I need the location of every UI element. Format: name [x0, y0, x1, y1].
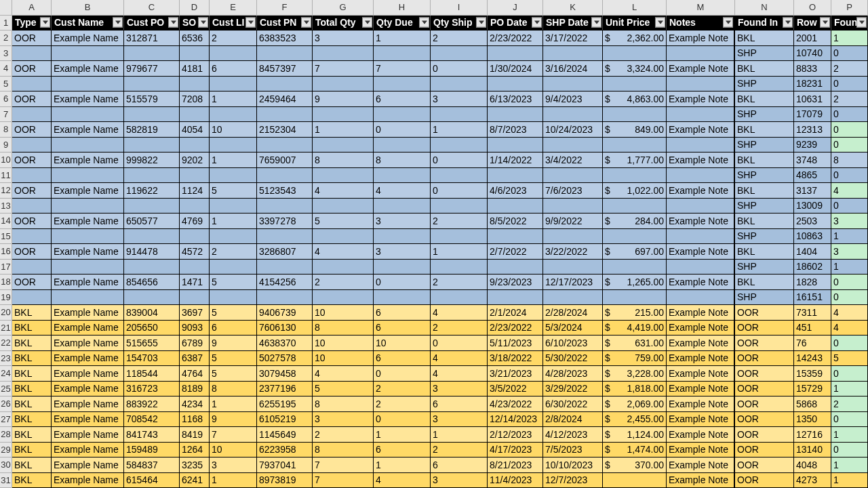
data-cell[interactable]: 6/10/2023 — [543, 336, 603, 351]
data-cell[interactable] — [313, 46, 374, 62]
data-cell[interactable]: 3 — [431, 473, 488, 489]
data-cell[interactable] — [603, 229, 667, 245]
table-header-cell[interactable]: Cust PN — [257, 16, 313, 31]
data-cell[interactable]: 2 — [431, 274, 488, 290]
data-cell[interactable]: Example Name — [52, 122, 124, 138]
data-cell[interactable] — [124, 46, 180, 62]
data-cell[interactable]: 3/17/2022 — [543, 30, 603, 46]
data-cell[interactable]: Example Note — [667, 152, 735, 168]
data-cell[interactable]: 1 — [374, 458, 431, 473]
data-cell[interactable]: 708542 — [124, 412, 180, 428]
data-cell[interactable]: 312871 — [124, 30, 180, 46]
data-cell[interactable] — [543, 107, 603, 123]
data-cell[interactable]: 3/18/2022 — [488, 351, 543, 367]
data-cell[interactable]: 6387 — [180, 351, 210, 367]
row-header[interactable]: 13 — [0, 199, 12, 214]
data-cell[interactable]: OOR — [735, 366, 794, 382]
data-cell[interactable]: 914478 — [124, 244, 180, 260]
data-cell[interactable]: 10 — [313, 305, 374, 321]
data-cell[interactable]: Example Name — [52, 244, 124, 260]
data-cell[interactable]: 12313 — [794, 122, 831, 138]
row-header[interactable]: 17 — [0, 260, 12, 275]
data-cell[interactable]: Example Name — [52, 321, 124, 336]
data-cell[interactable]: 8/7/2023 — [488, 122, 543, 138]
data-cell[interactable] — [374, 46, 431, 62]
data-cell[interactable] — [374, 168, 431, 184]
data-cell[interactable] — [488, 229, 543, 245]
data-cell[interactable]: 1 — [431, 427, 488, 443]
data-cell[interactable]: $3,228.00 — [603, 366, 667, 382]
data-cell[interactable] — [180, 107, 210, 123]
data-cell[interactable]: 9406739 — [257, 305, 313, 321]
data-cell[interactable]: 6105219 — [257, 412, 313, 428]
data-cell[interactable]: 6/30/2022 — [543, 396, 603, 412]
data-cell[interactable]: OOR — [735, 382, 794, 397]
data-cell[interactable]: 6 — [374, 351, 431, 367]
row-header[interactable]: 8 — [0, 122, 12, 138]
data-cell[interactable]: 5027578 — [257, 351, 313, 367]
data-cell[interactable]: 4769 — [180, 214, 210, 229]
data-cell[interactable]: 2/23/2022 — [488, 30, 543, 46]
table-header-cell[interactable]: Total Qty — [313, 16, 374, 31]
data-cell[interactable] — [543, 290, 603, 306]
data-cell[interactable] — [180, 168, 210, 184]
data-cell[interactable]: 1/14/2022 — [488, 152, 543, 168]
data-cell[interactable]: 4 — [313, 244, 374, 260]
data-cell[interactable]: 6 — [374, 305, 431, 321]
filter-dropdown-icon[interactable] — [419, 18, 429, 28]
table-header-cell[interactable]: Cust PO — [124, 16, 180, 31]
filter-dropdown-icon[interactable] — [40, 18, 50, 28]
data-cell[interactable]: 8 — [313, 443, 374, 458]
data-cell[interactable]: 8 — [210, 382, 257, 397]
row-header[interactable]: 19 — [0, 290, 12, 306]
data-cell[interactable]: BKL — [12, 382, 52, 397]
data-cell[interactable] — [210, 138, 257, 153]
data-cell[interactable]: OOR — [12, 244, 52, 260]
data-cell[interactable]: 2503 — [794, 214, 831, 229]
filter-dropdown-icon[interactable] — [591, 18, 601, 28]
data-cell[interactable]: OOR — [735, 443, 794, 458]
table-header-cell[interactable]: Qty Ship — [431, 16, 488, 31]
data-cell[interactable]: 4 — [431, 366, 488, 382]
data-cell[interactable]: 0 — [431, 152, 488, 168]
data-cell[interactable]: 0 — [831, 336, 868, 351]
data-cell[interactable]: 8419 — [180, 427, 210, 443]
data-cell[interactable] — [52, 290, 124, 306]
data-cell[interactable]: 6/13/2023 — [488, 92, 543, 107]
data-cell[interactable]: 16151 — [794, 290, 831, 306]
data-cell[interactable]: 3/22/2022 — [543, 244, 603, 260]
data-cell[interactable] — [431, 138, 488, 153]
data-cell[interactable]: 0 — [831, 274, 868, 290]
data-cell[interactable]: 2/7/2022 — [488, 244, 543, 260]
data-cell[interactable]: BKL — [12, 351, 52, 367]
column-header[interactable]: F — [257, 0, 313, 16]
column-header[interactable]: B — [52, 0, 124, 16]
data-cell[interactable]: 5/3/2024 — [543, 321, 603, 336]
row-header[interactable]: 31 — [0, 473, 12, 489]
data-cell[interactable] — [603, 138, 667, 153]
data-cell[interactable]: 2 — [431, 443, 488, 458]
data-cell[interactable] — [52, 77, 124, 92]
data-cell[interactable]: Example Name — [52, 382, 124, 397]
data-cell[interactable] — [603, 473, 667, 489]
select-all-corner[interactable] — [0, 0, 12, 16]
data-cell[interactable]: 9202 — [180, 152, 210, 168]
data-cell[interactable] — [374, 199, 431, 214]
data-cell[interactable]: 8833 — [794, 61, 831, 77]
data-cell[interactable]: 6 — [431, 458, 488, 473]
row-header[interactable]: 20 — [0, 305, 12, 321]
data-cell[interactable]: $2,455.00 — [603, 412, 667, 428]
table-header-cell[interactable]: Cust LI — [210, 16, 257, 31]
data-cell[interactable]: 1168 — [180, 412, 210, 428]
data-cell[interactable] — [210, 77, 257, 92]
data-cell[interactable]: 4/23/2022 — [488, 396, 543, 412]
data-cell[interactable]: $1,124.00 — [603, 427, 667, 443]
data-cell[interactable]: 9/4/2023 — [543, 92, 603, 107]
data-cell[interactable]: 3/21/2023 — [488, 366, 543, 382]
data-cell[interactable]: 0 — [831, 122, 868, 138]
data-cell[interactable] — [124, 290, 180, 306]
filter-dropdown-icon[interactable] — [820, 18, 830, 28]
data-cell[interactable]: OOR — [735, 351, 794, 367]
data-cell[interactable]: Example Note — [667, 61, 735, 77]
data-cell[interactable]: 5 — [313, 382, 374, 397]
